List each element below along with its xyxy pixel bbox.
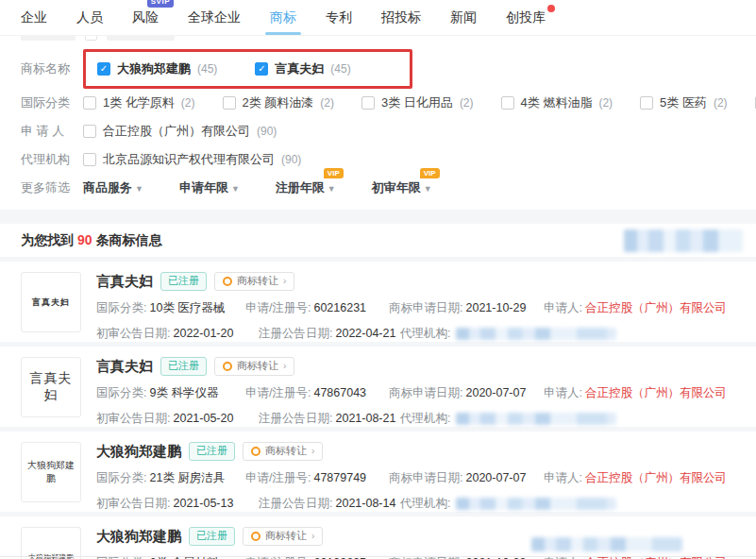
- checkbox-class-2[interactable]: 2类 颜料油漆 (2): [223, 94, 335, 111]
- status-badge: 已注册: [160, 272, 207, 291]
- blurred-agency-name: [456, 498, 616, 510]
- tab-risk[interactable]: 风险 SVIP: [132, 9, 159, 26]
- chevron-down-icon: ▼: [135, 184, 143, 194]
- blurred-action-button[interactable]: [624, 229, 743, 252]
- status-badge: 已注册: [189, 527, 235, 546]
- filter-row-trademark-name: 商标名称 ✓ 大狼狗郑建鹏 (45) ✓ 言真夫妇 (45): [21, 49, 756, 89]
- tab-trademark[interactable]: 商标: [270, 9, 296, 26]
- checkbox-icon[interactable]: [223, 96, 236, 110]
- chevron-down-icon: ▼: [328, 184, 336, 194]
- svip-badge: SVIP: [147, 0, 174, 8]
- trademark-card[interactable]: 大狼狗郑建鹏 大狼狗郑建鹏 已注册 商标转让› 国际分类:21类 厨房洁具 申请…: [0, 432, 756, 512]
- filter-row-agency: 代理机构 北京品源知识产权代理有限公司 (90): [21, 151, 756, 168]
- chevron-down-icon: ▼: [231, 184, 240, 194]
- applicant-link[interactable]: 合正控股（广州）有限公司: [585, 301, 727, 314]
- trademark-card[interactable]: 言真夫妇 言真夫妇 已注册 商标转让› 国际分类:10类 医疗器械 申请/注册号…: [0, 262, 756, 342]
- checkbox-icon[interactable]: [83, 153, 96, 166]
- checkbox-icon[interactable]: [83, 96, 96, 110]
- checkbox-agency[interactable]: 北京品源知识产权代理有限公司 (90): [83, 151, 301, 168]
- checkbox-icon[interactable]: [83, 125, 96, 138]
- chevron-right-icon: ›: [283, 276, 286, 286]
- blurred-agency-name: [456, 328, 616, 340]
- transfer-badge[interactable]: 商标转让›: [214, 272, 294, 291]
- tab-global-company[interactable]: 全球企业: [188, 9, 241, 26]
- trademark-name-link[interactable]: 言真夫妇: [96, 273, 153, 291]
- results-header: 为您找到90条商标信息: [0, 224, 756, 257]
- chevron-down-icon: ▼: [424, 184, 432, 194]
- coin-icon: [251, 447, 260, 456]
- result-count: 90: [77, 232, 92, 247]
- checkbox-class-1[interactable]: 1类 化学原料 (2): [83, 94, 195, 111]
- chevron-right-icon: ›: [311, 531, 314, 541]
- filter-row-more: 更多筛选 商品服务▼ 申请年限▼ 注册年限▼ VIP 初审年限▼ VIP: [21, 179, 756, 196]
- transfer-badge[interactable]: 商标转让›: [243, 442, 323, 461]
- trademark-name-link[interactable]: 大狼狗郑建鹏: [96, 528, 181, 546]
- tab-bidding[interactable]: 招投标: [381, 9, 421, 26]
- dropdown-first-review-years[interactable]: 初审年限▼ VIP: [372, 179, 432, 196]
- filter-label: 更多筛选: [21, 179, 83, 196]
- tab-news[interactable]: 新闻: [450, 9, 477, 26]
- dropdown-register-years[interactable]: 注册年限▼ VIP: [276, 179, 336, 196]
- vip-badge: VIP: [420, 168, 440, 178]
- dropdown-apply-years[interactable]: 申请年限▼: [179, 179, 240, 196]
- applicant-link[interactable]: 合正控股（广州）有限公司: [585, 471, 727, 484]
- chevron-right-icon: ›: [311, 446, 314, 456]
- filter-label: 商标名称: [21, 60, 83, 77]
- checkbox-class-5[interactable]: 5类 医药 (2): [640, 94, 728, 111]
- dropdown-goods-services[interactable]: 商品服务▼: [83, 179, 143, 196]
- status-badge: 已注册: [160, 357, 207, 376]
- transfer-badge[interactable]: 商标转让›: [243, 527, 323, 546]
- chevron-right-icon: ›: [283, 361, 286, 371]
- coin-icon: [251, 532, 260, 541]
- trademark-thumbnail[interactable]: 言真夫妇: [21, 357, 81, 417]
- trademark-thumbnail[interactable]: 言真夫妇: [21, 272, 81, 332]
- checkbox-trademark-name-2[interactable]: ✓ 言真夫妇 (45): [255, 60, 350, 77]
- blurred-agency-name: [456, 413, 616, 425]
- checkbox-applicant[interactable]: 合正控股（广州）有限公司 (90): [83, 123, 277, 140]
- applicant-link[interactable]: 合正控股（广州）有限公司: [585, 386, 727, 399]
- checkbox-class-4[interactable]: 4类 燃料油脂 (2): [501, 94, 613, 111]
- vip-badge: VIP: [324, 168, 344, 178]
- filter-panel: 商标名称 ✓ 大狼狗郑建鹏 (45) ✓ 言真夫妇 (45) 国际分类 1类 化…: [0, 36, 756, 196]
- trademark-card[interactable]: 言真夫妇 言真夫妇 已注册 商标转让› 国际分类:9类 科学仪器 申请/注册号:…: [0, 347, 756, 427]
- trademark-thumbnail[interactable]: 大狼狗郑建鹏: [21, 527, 81, 559]
- tab-company[interactable]: 企业: [21, 9, 47, 26]
- highlight-red-box: ✓ 大狼狗郑建鹏 (45) ✓ 言真夫妇 (45): [83, 49, 412, 89]
- checked-checkbox-icon[interactable]: ✓: [97, 62, 110, 76]
- checkbox-icon[interactable]: [640, 96, 653, 110]
- section-divider: [0, 210, 756, 224]
- tab-person[interactable]: 人员: [76, 9, 103, 26]
- top-nav: 企业 人员 风险 SVIP 全球企业 商标 专利 招投标 新闻 创投库: [0, 0, 756, 36]
- coin-icon: [223, 362, 232, 371]
- status-badge: 已注册: [189, 442, 235, 461]
- checked-checkbox-icon[interactable]: ✓: [255, 62, 268, 76]
- transfer-badge[interactable]: 商标转让›: [214, 357, 294, 376]
- tab-patent[interactable]: 专利: [326, 9, 352, 26]
- filter-label: 申 请 人: [21, 123, 83, 140]
- checkbox-trademark-name-1[interactable]: ✓ 大狼狗郑建鹏 (45): [97, 60, 217, 77]
- checkbox-class-3[interactable]: 3类 日化用品 (2): [361, 94, 474, 111]
- coin-icon: [223, 277, 232, 286]
- results-summary: 为您找到90条商标信息: [21, 232, 162, 249]
- trademark-thumbnail[interactable]: 大狼狗郑建鹏: [21, 442, 81, 502]
- filter-label: 代理机构: [21, 151, 83, 168]
- tab-venture[interactable]: 创投库: [506, 9, 546, 26]
- notification-dot: [547, 5, 555, 12]
- trademark-name-link[interactable]: 言真夫妇: [96, 358, 153, 376]
- bottom-divider: [0, 556, 756, 557]
- clipped-filter-row: [21, 36, 756, 47]
- checkbox-icon[interactable]: [361, 96, 375, 110]
- blurred-text-block: [531, 537, 682, 551]
- filter-row-applicant: 申 请 人 合正控股（广州）有限公司 (90): [21, 123, 756, 140]
- trademark-name-link[interactable]: 大狼狗郑建鹏: [96, 443, 181, 461]
- checkbox-icon[interactable]: [501, 96, 514, 110]
- filter-label: 国际分类: [21, 94, 83, 111]
- filter-row-intl-class: 国际分类 1类 化学原料 (2) 2类 颜料油漆 (2) 3类 日化用品 (2)…: [21, 94, 756, 111]
